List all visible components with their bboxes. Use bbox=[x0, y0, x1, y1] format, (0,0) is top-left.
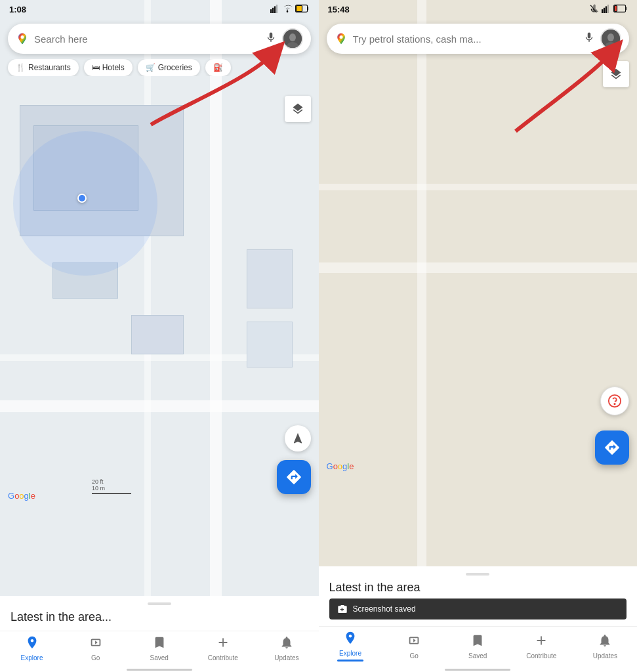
gps-nav-button-left[interactable] bbox=[285, 425, 311, 452]
svg-rect-15 bbox=[606, 7, 607, 14]
nav-explore-underline-right bbox=[337, 660, 363, 662]
bottom-sheet-left: Latest in the area... bbox=[0, 596, 319, 631]
map-background-right bbox=[319, 0, 638, 566]
signal-icon-left bbox=[270, 4, 279, 14]
bottom-nav-right: Explore Go Saved Contribute Updates bbox=[319, 626, 638, 667]
svg-rect-14 bbox=[604, 8, 605, 13]
snackbar-text-right: Screenshot saved bbox=[353, 604, 416, 614]
bottom-sheet-title-right: Latest in the area bbox=[329, 581, 627, 595]
svg-rect-16 bbox=[607, 5, 609, 13]
google-logo-left: Google bbox=[8, 491, 35, 501]
nav-go-label-right: Go bbox=[409, 652, 418, 660]
pill-groceries[interactable]: 🛒 Groceries bbox=[138, 59, 200, 76]
svg-point-24 bbox=[614, 404, 615, 404]
bottom-nav-left: Explore Go Saved Contribute Updates bbox=[0, 631, 319, 667]
svg-point-22 bbox=[607, 33, 614, 41]
category-pills-left: 🍴 Restaurants 🛏 Hotels 🛒 Groceries ⛽ bbox=[0, 59, 319, 76]
svg-rect-18 bbox=[615, 6, 617, 12]
scale-line-left bbox=[92, 493, 131, 494]
pill-hotels[interactable]: 🛏 Hotels bbox=[84, 59, 133, 76]
svg-rect-1 bbox=[272, 8, 273, 13]
mute-icon-right bbox=[590, 4, 599, 14]
home-indicator-left bbox=[0, 667, 319, 672]
search-bar-right[interactable]: Try petrol stations, cash ma... bbox=[327, 24, 630, 54]
svg-rect-3 bbox=[276, 5, 277, 13]
go-icon-right bbox=[407, 633, 421, 651]
battery-icon-right bbox=[613, 5, 628, 14]
go-icon-left bbox=[89, 635, 103, 653]
home-indicator-right bbox=[319, 667, 638, 672]
user-avatar-right[interactable] bbox=[600, 28, 621, 49]
left-phone-screen: 1:08 bbox=[0, 0, 319, 672]
updates-icon-right bbox=[598, 633, 612, 651]
nav-go-label-left: Go bbox=[91, 654, 100, 662]
nav-saved-label-left: Saved bbox=[150, 654, 169, 662]
nav-contribute-right[interactable]: Contribute bbox=[525, 633, 558, 660]
nav-explore-label-right: Explore bbox=[339, 650, 361, 657]
status-icons-right bbox=[590, 4, 628, 14]
mic-icon-left[interactable] bbox=[265, 31, 277, 47]
status-time-right: 15:48 bbox=[328, 5, 350, 14]
search-bar-left[interactable]: Search here bbox=[8, 24, 311, 54]
nav-go-left[interactable]: Go bbox=[79, 635, 112, 662]
search-placeholder-left: Search here bbox=[34, 33, 260, 45]
bottom-sheet-title-left: Latest in the area... bbox=[10, 610, 308, 624]
layer-button-left[interactable] bbox=[285, 96, 311, 122]
location-radius-circle bbox=[13, 131, 157, 276]
battery-icon-left bbox=[295, 5, 310, 14]
scale-bar-left: 20 ft 10 m bbox=[92, 478, 131, 494]
map-area-left[interactable]: Search here 🍴 Restaurants 🛏 Hotels bbox=[0, 0, 319, 596]
status-icons-left bbox=[270, 4, 310, 14]
nav-saved-right[interactable]: Saved bbox=[461, 633, 494, 660]
svg-point-10 bbox=[289, 33, 296, 41]
svg-point-8 bbox=[21, 35, 24, 39]
bottom-sheet-handle-right bbox=[466, 573, 489, 576]
directions-fab-left[interactable] bbox=[277, 460, 311, 494]
svg-rect-13 bbox=[602, 9, 603, 13]
nav-explore-left[interactable]: Explore bbox=[16, 635, 49, 662]
pill-gas[interactable]: ⛽ bbox=[205, 59, 231, 76]
maps-pin-icon-right bbox=[335, 32, 348, 45]
nav-saved-left[interactable]: Saved bbox=[143, 635, 176, 662]
nav-explore-right[interactable]: Explore bbox=[334, 631, 367, 662]
updates-icon-left bbox=[279, 635, 294, 653]
svg-rect-0 bbox=[270, 9, 272, 13]
search-placeholder-right: Try petrol stations, cash ma... bbox=[353, 33, 579, 45]
status-time-left: 1:08 bbox=[9, 5, 26, 14]
map-area-right[interactable]: Try petrol stations, cash ma... bbox=[319, 0, 638, 566]
status-bar-right: 15:48 bbox=[319, 0, 638, 17]
nav-go-right[interactable]: Go bbox=[398, 633, 430, 660]
nav-explore-label-left: Explore bbox=[21, 654, 43, 662]
bottom-sheet-right: Latest in the area Screenshot saved bbox=[319, 566, 638, 626]
saved-icon-right bbox=[470, 633, 485, 651]
info-button-right[interactable] bbox=[600, 387, 629, 415]
nav-saved-label-right: Saved bbox=[468, 652, 487, 660]
user-avatar-left[interactable] bbox=[282, 28, 303, 49]
nav-updates-right[interactable]: Updates bbox=[588, 633, 621, 660]
explore-icon-right bbox=[343, 631, 358, 648]
mic-icon-right[interactable] bbox=[583, 31, 595, 47]
snackbar-right: Screenshot saved bbox=[329, 598, 627, 620]
directions-fab-right[interactable] bbox=[595, 430, 629, 465]
current-location-dot bbox=[77, 194, 87, 203]
contribute-icon-left bbox=[216, 635, 230, 653]
nav-contribute-label-right: Contribute bbox=[526, 652, 556, 660]
status-bar-left: 1:08 bbox=[0, 0, 319, 17]
saved-icon-left bbox=[152, 635, 167, 653]
svg-point-4 bbox=[286, 10, 288, 12]
nav-contribute-left[interactable]: Contribute bbox=[207, 635, 239, 662]
google-logo-right: Google bbox=[327, 461, 354, 471]
contribute-icon-right bbox=[534, 633, 548, 651]
screenshot-icon bbox=[337, 604, 348, 614]
svg-rect-2 bbox=[274, 7, 275, 14]
signal-icon-right bbox=[602, 4, 611, 14]
right-phone-screen: 15:48 bbox=[319, 0, 638, 672]
wifi-icon-left bbox=[282, 4, 293, 14]
nav-updates-label-left: Updates bbox=[274, 654, 298, 662]
nav-updates-label-right: Updates bbox=[593, 652, 617, 660]
nav-updates-left[interactable]: Updates bbox=[270, 635, 303, 662]
layer-button-right[interactable] bbox=[603, 61, 629, 87]
nav-contribute-label-left: Contribute bbox=[208, 654, 238, 662]
pill-restaurants[interactable]: 🍴 Restaurants bbox=[8, 59, 79, 76]
bottom-sheet-handle-left bbox=[148, 602, 171, 605]
